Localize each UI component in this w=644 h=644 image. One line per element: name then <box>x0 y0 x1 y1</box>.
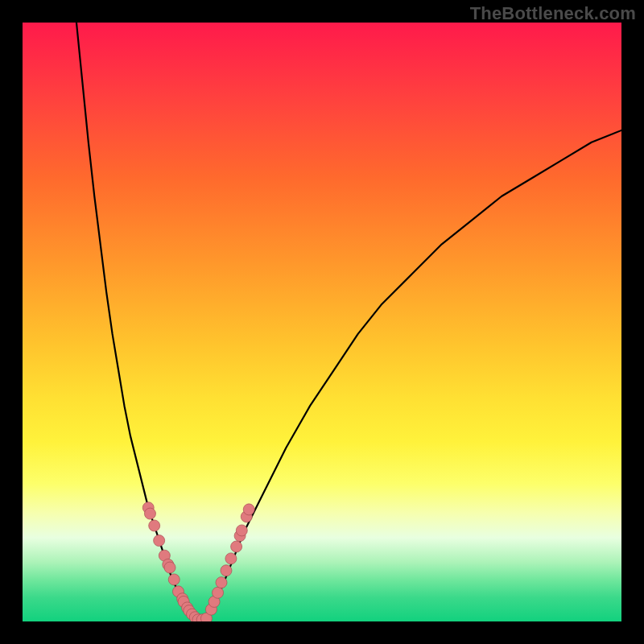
curve-right-branch <box>208 130 621 616</box>
plot-area <box>23 23 621 621</box>
curve-left-branch <box>76 23 190 616</box>
marker-point <box>221 565 232 576</box>
marker-point <box>154 535 165 547</box>
marker-point <box>213 587 224 598</box>
marker-point <box>144 508 155 519</box>
chart-frame: TheBottleneck.com <box>0 0 644 644</box>
marker-point <box>236 525 247 536</box>
marker-point <box>243 504 254 515</box>
marker-point <box>149 520 160 531</box>
marker-point <box>168 574 180 585</box>
watermark-label: TheBottleneck.com <box>470 3 636 24</box>
lines-layer <box>76 23 621 620</box>
marker-point <box>225 553 237 564</box>
marker-point <box>216 577 227 588</box>
chart-svg <box>23 23 621 621</box>
marker-point <box>164 562 175 573</box>
markers-layer <box>142 502 254 621</box>
marker-point <box>231 541 242 552</box>
